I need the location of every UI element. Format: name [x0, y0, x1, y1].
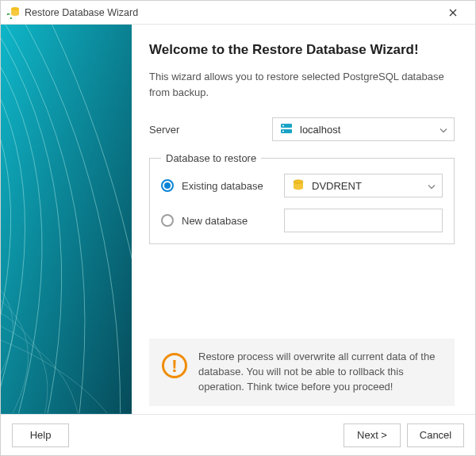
- warning-box: ! Restore process will overwrite all cur…: [149, 339, 455, 406]
- app-icon: [7, 6, 20, 19]
- titlebar: Restore Database Wizard: [1, 1, 475, 25]
- window-title: Restore Database Wizard: [25, 7, 437, 18]
- close-icon: [449, 9, 457, 17]
- wizard-sidebar-art: [1, 25, 132, 414]
- cancel-button[interactable]: Cancel: [407, 423, 464, 447]
- existing-database-value: DVDRENT: [312, 180, 362, 192]
- group-legend: Database to restore: [161, 152, 261, 164]
- database-to-restore-group: Database to restore Existing database DV…: [149, 152, 455, 244]
- svg-point-5: [282, 131, 284, 132]
- new-database-row: New database: [161, 209, 443, 232]
- existing-database-label: Existing database: [182, 180, 263, 192]
- server-icon: [279, 122, 294, 136]
- existing-database-radio[interactable]: [161, 179, 174, 192]
- warning-icon: !: [162, 353, 187, 378]
- new-database-radio[interactable]: [161, 214, 174, 227]
- close-button[interactable]: [437, 1, 469, 24]
- existing-database-option[interactable]: Existing database: [161, 179, 284, 192]
- wizard-footer: Help Next > Cancel: [1, 414, 475, 455]
- server-dropdown[interactable]: localhost: [272, 117, 455, 141]
- server-row: Server localhost: [149, 117, 455, 141]
- svg-point-4: [282, 125, 284, 127]
- database-icon: [291, 178, 305, 193]
- svg-rect-1: [1, 25, 132, 413]
- server-label: Server: [149, 124, 272, 136]
- chevron-down-icon: [440, 124, 447, 136]
- new-database-input[interactable]: [284, 209, 443, 232]
- page-heading: Welcome to the Restore Database Wizard!: [149, 42, 455, 58]
- spacer: [149, 244, 455, 339]
- chevron-down-icon: [428, 180, 436, 192]
- content-area: Welcome to the Restore Database Wizard! …: [1, 25, 475, 414]
- new-database-label: New database: [182, 215, 248, 227]
- existing-database-row: Existing database DVDRENT: [161, 174, 443, 197]
- wizard-page: Welcome to the Restore Database Wizard! …: [132, 25, 475, 414]
- help-button[interactable]: Help: [12, 423, 69, 447]
- existing-database-dropdown[interactable]: DVDRENT: [284, 174, 443, 197]
- warning-text: Restore process will overwrite all curre…: [198, 350, 442, 395]
- server-value: localhost: [300, 124, 340, 136]
- page-intro: This wizard allows you to restore select…: [149, 69, 455, 100]
- new-database-option[interactable]: New database: [161, 214, 284, 227]
- next-button[interactable]: Next >: [344, 423, 401, 447]
